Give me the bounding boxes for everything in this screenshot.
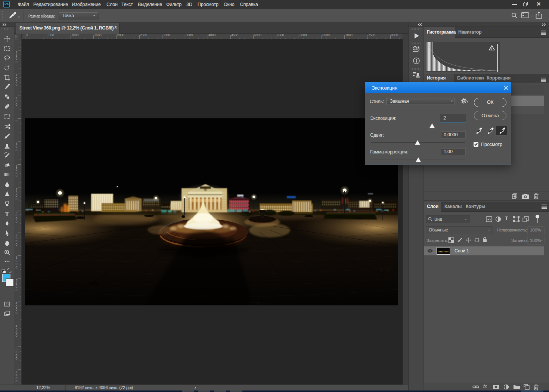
svg-text:T: T [5,211,9,217]
